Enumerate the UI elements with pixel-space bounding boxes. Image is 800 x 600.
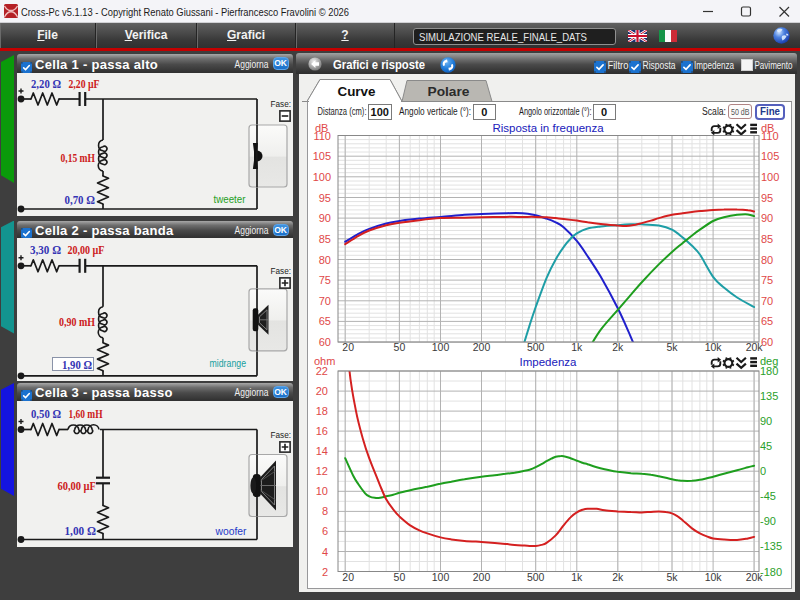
svg-text:0,70 Ω: 0,70 Ω — [65, 192, 96, 207]
svg-text:Risposta: Risposta — [643, 59, 677, 71]
svg-text:60,00 µF: 60,00 µF — [58, 478, 97, 493]
svg-text:Fase:: Fase: — [271, 265, 292, 276]
svg-text:1,60 mH: 1,60 mH — [69, 406, 103, 421]
svg-text:0,50 Ω: 0,50 Ω — [31, 406, 61, 421]
svg-text:50 dB: 50 dB — [731, 107, 750, 117]
svg-text:1,90 Ω: 1,90 Ω — [62, 357, 92, 372]
svg-text:woofer: woofer — [215, 525, 247, 537]
svg-text:Aggiorna: Aggiorna — [235, 386, 270, 398]
svg-text:Aggiorna: Aggiorna — [235, 224, 270, 236]
svg-text:20,00 µF: 20,00 µF — [68, 242, 105, 257]
svg-text:Filtro: Filtro — [608, 59, 629, 71]
svg-text:Curve: Curve — [338, 84, 376, 99]
svg-text:1,00 Ω: 1,00 Ω — [65, 523, 97, 538]
svg-text:Angolo verticale (°):: Angolo verticale (°): — [399, 106, 471, 117]
svg-text:Fine: Fine — [760, 105, 780, 117]
svg-text:Impedenza: Impedenza — [694, 59, 735, 71]
svg-text:2,20 Ω: 2,20 Ω — [31, 76, 61, 91]
svg-text:Grafici e risposte: Grafici e risposte — [333, 57, 425, 72]
svg-text:Angolo orizzontale (°):: Angolo orizzontale (°): — [519, 106, 592, 117]
svg-text:Aggiorna: Aggiorna — [235, 58, 270, 70]
svg-text:0,90 mH: 0,90 mH — [59, 314, 95, 329]
svg-text:Distanza (cm):: Distanza (cm): — [318, 106, 367, 117]
svg-text:Fase:: Fase: — [271, 98, 292, 109]
svg-text:Fase:: Fase: — [271, 429, 292, 440]
svg-text:Cross-Pc v5.1.13 - Copyright R: Cross-Pc v5.1.13 - Copyright Renato Gius… — [21, 6, 349, 18]
svg-text:3,30 Ω: 3,30 Ω — [30, 242, 61, 257]
svg-text:SIMULAZIONE REALE_FINALE_DATS: SIMULAZIONE REALE_FINALE_DATS — [419, 31, 587, 43]
svg-text:0,15 mH: 0,15 mH — [61, 150, 96, 165]
svg-text:tweeter: tweeter — [214, 193, 246, 205]
svg-text:Scala:: Scala: — [702, 106, 726, 117]
svg-text:midrange: midrange — [210, 357, 247, 369]
svg-text:Pavimento: Pavimento — [755, 59, 793, 71]
svg-text:Polare: Polare — [428, 84, 470, 99]
svg-text:2,20 µF: 2,20 µF — [69, 76, 100, 91]
